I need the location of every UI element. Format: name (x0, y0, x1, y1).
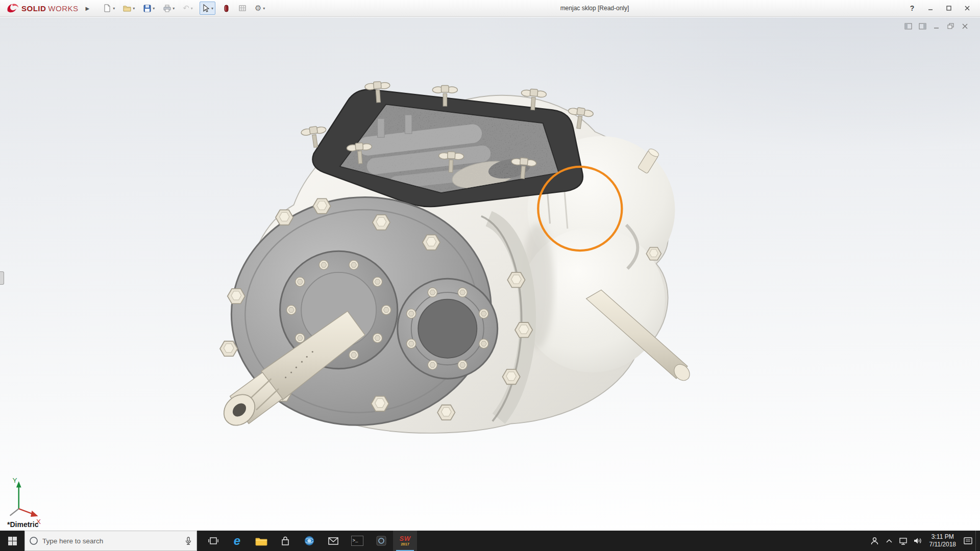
app-button[interactable] (369, 531, 393, 551)
table-icon (238, 4, 247, 12)
tray-overflow-button[interactable] (883, 531, 896, 551)
close-button[interactable] (960, 3, 975, 14)
doc-restore-icon (947, 23, 954, 30)
undo-icon: ↶ (183, 4, 189, 13)
edge-button[interactable]: e (225, 531, 249, 551)
file-explorer-icon (255, 536, 267, 546)
pane-right-button[interactable] (917, 21, 928, 31)
dropdown-caret-icon[interactable]: ▾ (173, 6, 175, 11)
browser-globe-icon (304, 535, 315, 546)
document-window-controls (902, 21, 971, 31)
mail-button[interactable] (321, 531, 345, 551)
side-hex-bolt[interactable] (646, 247, 661, 260)
graphics-viewport[interactable]: Y X *Dimetric (0, 17, 980, 531)
doc-close-button[interactable] (960, 21, 971, 31)
browser-button[interactable] (297, 531, 321, 551)
terminal-button[interactable]: >_ (345, 531, 369, 551)
solidworks-logo: SOLIDWORKS (0, 3, 83, 13)
maximize-button[interactable] (941, 3, 957, 14)
new-document-icon (103, 4, 111, 12)
search-input[interactable] (42, 537, 180, 545)
doc-close-icon (962, 23, 969, 30)
gear-icon: ⚙ (255, 4, 261, 13)
volume-icon (913, 537, 922, 545)
network-button[interactable] (897, 531, 910, 551)
taskbar-apps: e >_ (201, 531, 417, 551)
ds-swoosh-icon (6, 3, 19, 13)
red-cylinder-icon (222, 4, 230, 12)
help-button[interactable]: ? (904, 3, 920, 14)
save-floppy-icon (143, 4, 151, 12)
pane-left-icon (904, 23, 912, 30)
windows-logo-icon (7, 536, 18, 546)
select-cursor-icon (202, 4, 210, 12)
print-button[interactable]: ▾ (161, 2, 176, 15)
pane-right-icon (919, 23, 926, 30)
toolbar-flyout-arrow-icon[interactable]: ▶ (83, 5, 93, 12)
dropdown-caret-icon[interactable]: ▾ (133, 6, 135, 11)
store-button[interactable] (273, 531, 297, 551)
doc-minimize-icon (933, 23, 940, 30)
chevron-up-icon (886, 538, 893, 543)
task-view-button[interactable] (201, 531, 225, 551)
clock-time: 3:11 PM (932, 533, 954, 541)
terminal-icon: >_ (351, 536, 363, 546)
table-tool-button[interactable] (237, 2, 248, 15)
pane-left-button[interactable] (902, 21, 914, 31)
network-icon (899, 537, 908, 545)
side-cover[interactable] (398, 279, 498, 379)
start-button[interactable] (0, 531, 24, 551)
select-tool-button[interactable]: ▾ (200, 2, 215, 15)
gearbox-3d-model[interactable]: Y X (0, 17, 980, 531)
solidworks-taskbar-button[interactable]: SW 2017 (393, 531, 417, 551)
doc-minimize-button[interactable] (931, 21, 942, 31)
help-icon: ? (910, 4, 915, 12)
show-desktop-button[interactable] (975, 531, 978, 551)
mail-envelope-icon (328, 536, 339, 545)
task-view-icon (208, 536, 219, 546)
store-bag-icon (280, 536, 291, 546)
dropdown-caret-icon[interactable]: ▾ (211, 6, 213, 11)
solidworks-app-icon: SW 2017 (400, 535, 411, 546)
quick-access-toolbar: ▾ ▾ ▾ ▾ ↶ ▾ (102, 2, 266, 15)
window-controls: ? (904, 3, 980, 14)
system-tray: 3:11 PM 7/11/2018 (868, 531, 980, 551)
window-title: menjac sklop [Read-only] (388, 5, 801, 12)
brand-text-solid: SOLID (21, 4, 46, 13)
dropdown-caret-icon[interactable]: ▾ (153, 6, 155, 11)
appearance-tool-button[interactable] (220, 2, 232, 15)
people-button[interactable] (868, 531, 881, 551)
file-explorer-button[interactable] (249, 531, 273, 551)
taskbar-clock[interactable]: 3:11 PM 7/11/2018 (925, 533, 961, 548)
edge-icon: e (234, 535, 240, 547)
open-document-button[interactable]: ▾ (121, 2, 136, 15)
close-icon (964, 5, 970, 11)
minimize-icon (927, 5, 934, 11)
action-center-icon (963, 537, 973, 545)
volume-button[interactable] (911, 531, 924, 551)
cortana-icon (29, 536, 38, 545)
save-button[interactable]: ▾ (141, 2, 156, 15)
dropdown-caret-icon[interactable]: ▾ (263, 6, 265, 11)
windows-taskbar: e >_ (0, 531, 980, 551)
dropdown-caret-icon[interactable]: ▾ (191, 6, 193, 11)
new-document-button[interactable]: ▾ (102, 2, 116, 15)
minimize-button[interactable] (923, 3, 938, 14)
brand-text-works: WORKS (48, 4, 78, 13)
app-icon (376, 535, 387, 546)
options-button[interactable]: ⚙ ▾ (253, 2, 266, 15)
y-axis-label: Y (12, 477, 17, 484)
view-orientation-label: *Dimetric (7, 520, 38, 529)
titlebar: SOLIDWORKS ▶ ▾ ▾ ▾ (0, 0, 980, 17)
printer-icon (163, 4, 171, 12)
undo-button[interactable]: ↶ ▾ (181, 2, 194, 15)
clock-date: 7/11/2018 (929, 541, 957, 548)
orientation-triad: Y X (10, 477, 41, 525)
open-folder-icon (123, 4, 131, 12)
doc-restore-button[interactable] (945, 21, 957, 31)
action-center-button[interactable] (961, 531, 974, 551)
microphone-icon[interactable] (184, 537, 192, 545)
dropdown-caret-icon[interactable]: ▾ (113, 6, 115, 11)
maximize-icon (946, 5, 952, 11)
taskbar-search-box[interactable] (24, 531, 197, 551)
